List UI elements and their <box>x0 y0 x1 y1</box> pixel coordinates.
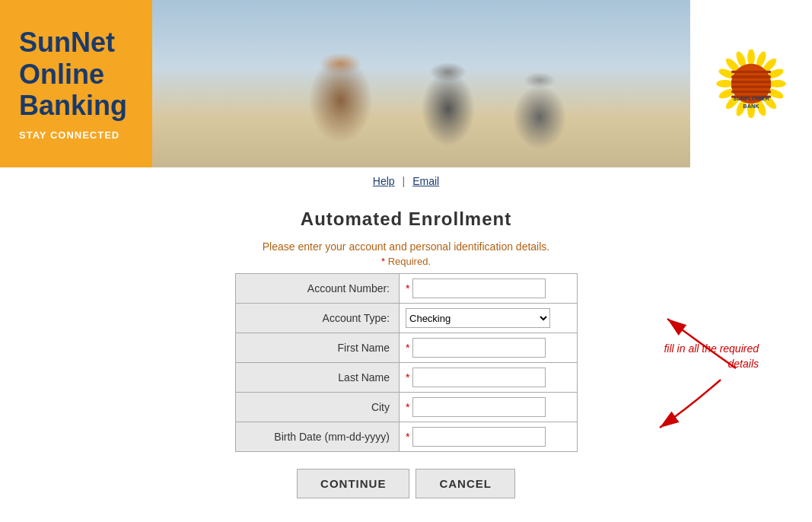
birth-date-label: Birth Date (mm-dd-yyyy) <box>235 422 400 452</box>
svg-rect-8 <box>349 124 430 167</box>
birth-date-required-star: * <box>406 431 409 443</box>
last-name-required-star: * <box>406 371 409 384</box>
subtitle-text: Please enter your account and personal i… <box>263 240 549 253</box>
required-star: * <box>381 256 385 267</box>
city-cell: * <box>400 393 577 422</box>
banner-title: SunNet Online Banking <box>19 27 133 121</box>
svg-point-5 <box>266 42 317 99</box>
svg-text:SUNFLOWER: SUNFLOWER <box>733 95 769 102</box>
last-name-label: Last Name <box>235 363 400 393</box>
sunflower-logo: SUNFLOWER BANK <box>705 38 797 129</box>
help-link[interactable]: Help <box>373 175 395 187</box>
annotation-area: fill in all the required details <box>652 311 744 375</box>
svg-point-13 <box>434 43 471 68</box>
svg-rect-1 <box>583 0 690 146</box>
account-type-label: Account Type: <box>235 304 400 333</box>
first-name-cell: * <box>400 333 577 363</box>
last-name-cell: * <box>400 363 577 393</box>
city-input[interactable] <box>412 397 546 417</box>
banner-photo <box>152 0 690 167</box>
first-name-input[interactable] <box>412 338 546 358</box>
account-number-cell: * <box>400 274 577 304</box>
banner-illustration <box>152 0 690 167</box>
account-number-row: Account Number: * <box>235 274 577 304</box>
main-content: Automated Enrollment Please enter your a… <box>0 193 812 521</box>
svg-rect-39 <box>731 91 771 93</box>
svg-point-14 <box>518 78 575 153</box>
annotation-text: fill in all the required details <box>660 342 759 371</box>
city-row: City * <box>235 393 577 422</box>
svg-point-12 <box>435 50 470 90</box>
first-name-required-star: * <box>406 342 409 354</box>
svg-rect-9 <box>354 127 425 163</box>
email-link[interactable]: Email <box>412 175 439 187</box>
birth-date-input[interactable] <box>412 427 546 447</box>
svg-rect-3 <box>170 142 673 167</box>
account-number-required-star: * <box>406 282 409 294</box>
svg-point-6 <box>264 34 318 70</box>
svg-text:BANK: BANK <box>743 103 759 110</box>
nav-divider: | <box>403 175 406 187</box>
svg-rect-36 <box>731 81 771 83</box>
cancel-button[interactable]: CANCEL <box>416 469 515 498</box>
city-label: City <box>235 393 400 422</box>
svg-rect-37 <box>731 85 771 88</box>
first-name-label: First Name <box>235 333 400 363</box>
svg-rect-0 <box>152 0 690 167</box>
svg-point-15 <box>535 57 567 93</box>
account-type-select[interactable]: Checking Savings Money Market <box>406 308 550 328</box>
last-name-row: Last Name * <box>235 363 577 393</box>
arrow-down-svg <box>645 376 736 437</box>
svg-rect-40 <box>731 71 771 73</box>
birth-date-cell: * <box>400 422 577 452</box>
button-row: CONTINUE CANCEL <box>297 469 515 498</box>
svg-point-17 <box>319 162 344 167</box>
banner-logo-area: SUNFLOWER BANK <box>690 0 812 167</box>
account-type-cell: Checking Savings Money Market <box>400 304 577 333</box>
account-type-row: Account Type: Checking Savings Money Mar… <box>235 304 577 333</box>
svg-rect-38 <box>731 75 771 78</box>
banner-subtitle: STAY CONNECTED <box>19 129 133 141</box>
first-name-row: First Name * <box>235 333 577 363</box>
svg-point-31 <box>716 80 734 88</box>
svg-point-7 <box>263 53 284 97</box>
header-banner: SunNet Online Banking STAY CONNECTED <box>0 0 812 167</box>
nav-links: Help | Email <box>0 167 812 193</box>
svg-point-4 <box>228 84 327 167</box>
sunflower-svg: SUNFLOWER BANK <box>709 49 793 118</box>
city-required-star: * <box>406 401 409 413</box>
svg-rect-18 <box>319 155 344 167</box>
account-number-input[interactable] <box>412 279 546 298</box>
svg-point-11 <box>417 70 479 151</box>
page-title: Automated Enrollment <box>301 208 511 230</box>
required-notice: * Required. <box>381 256 431 267</box>
birth-date-row: Birth Date (mm-dd-yyyy) * <box>235 422 577 452</box>
svg-point-19 <box>747 49 755 66</box>
svg-point-2 <box>170 129 673 167</box>
svg-point-23 <box>769 80 786 88</box>
last-name-input[interactable] <box>412 368 546 387</box>
svg-rect-16 <box>565 88 577 110</box>
arrow-up-svg <box>652 311 744 372</box>
enrollment-form: Account Number: * Account Type: Checking… <box>235 273 578 452</box>
continue-button[interactable]: CONTINUE <box>297 469 409 498</box>
banner-orange-section: SunNet Online Banking STAY CONNECTED <box>0 0 152 167</box>
account-number-label: Account Number: <box>235 274 400 304</box>
